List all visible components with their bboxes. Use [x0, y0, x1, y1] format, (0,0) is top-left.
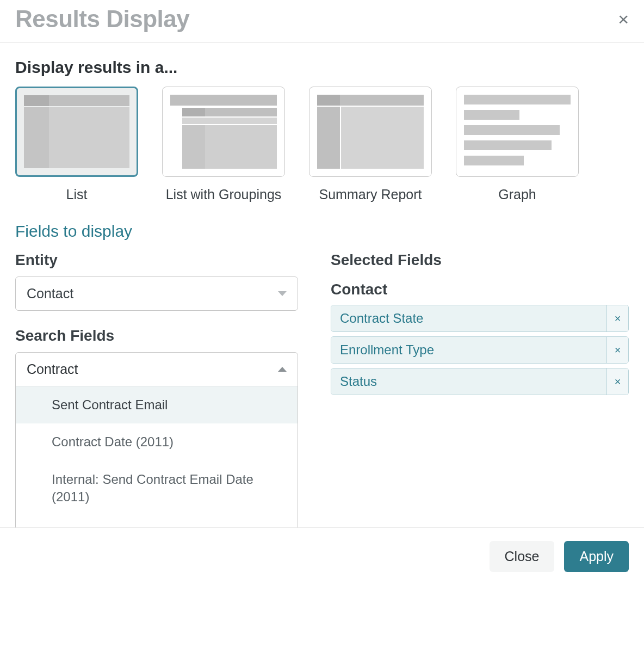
selected-field-pill: Enrollment Type ×: [331, 336, 629, 364]
chevron-down-icon: [278, 291, 287, 296]
search-result-item[interactable]: Sent Contract Email: [16, 386, 298, 423]
remove-field-icon[interactable]: ×: [606, 368, 628, 395]
entity-select[interactable]: Contact: [15, 276, 298, 311]
fields-right-column: Selected Fields Contact Contract State ×…: [331, 251, 629, 527]
selected-fields-heading: Selected Fields: [331, 251, 629, 269]
selected-field-label: Status: [331, 368, 606, 395]
remove-field-icon[interactable]: ×: [606, 337, 628, 363]
selected-group-label: Contact: [331, 281, 629, 298]
display-label: Graph: [456, 187, 579, 202]
close-icon[interactable]: ×: [618, 10, 629, 28]
search-result-item[interactable]: Contract Date (2012-2013): [16, 516, 298, 527]
search-result-item[interactable]: Contract Date (2011): [16, 423, 298, 460]
display-thumb-summary: [309, 87, 432, 177]
selected-field-pill: Contract State ×: [331, 305, 629, 332]
close-button[interactable]: Close: [490, 541, 555, 572]
modal-title: Results Display: [15, 5, 189, 33]
fields-left-column: Entity Contact Search Fields Contract Se…: [15, 251, 298, 527]
display-label: Summary Report: [309, 187, 432, 202]
selected-field-pill: Status ×: [331, 368, 629, 395]
display-label: List: [15, 187, 138, 202]
search-fields-value: Contract: [27, 361, 78, 377]
remove-field-icon[interactable]: ×: [606, 305, 628, 331]
search-fields-combo: Contract Sent Contract Email Contract Da…: [15, 352, 298, 527]
fields-heading: Fields to display: [15, 222, 629, 241]
search-result-item[interactable]: Internal: Send Contract Email Date (2011…: [16, 461, 298, 516]
chevron-up-icon: [278, 367, 287, 372]
modal-header: Results Display ×: [0, 0, 644, 43]
search-fields-input[interactable]: Contract: [16, 353, 298, 386]
search-fields-dropdown: Sent Contract Email Contract Date (2011)…: [16, 386, 298, 527]
entity-label: Entity: [15, 251, 298, 269]
search-fields-label: Search Fields: [15, 327, 298, 345]
display-label: List with Groupings: [162, 187, 285, 202]
display-options: List List with Groupings Su: [15, 87, 629, 202]
display-option-list[interactable]: List: [15, 87, 138, 202]
entity-value: Contact: [27, 286, 73, 302]
display-thumb-groupings: [162, 87, 285, 177]
display-thumb-graph: [456, 87, 579, 177]
modal-footer: Close Apply: [0, 527, 644, 585]
display-option-graph[interactable]: Graph: [456, 87, 579, 202]
modal-body: Display results in a... List List with: [0, 43, 644, 527]
selected-field-label: Contract State: [331, 305, 606, 331]
display-thumb-list: [15, 87, 138, 177]
display-option-groupings[interactable]: List with Groupings: [162, 87, 285, 202]
display-option-summary[interactable]: Summary Report: [309, 87, 432, 202]
selected-field-label: Enrollment Type: [331, 337, 606, 363]
apply-button[interactable]: Apply: [564, 541, 629, 572]
display-heading: Display results in a...: [15, 58, 629, 77]
